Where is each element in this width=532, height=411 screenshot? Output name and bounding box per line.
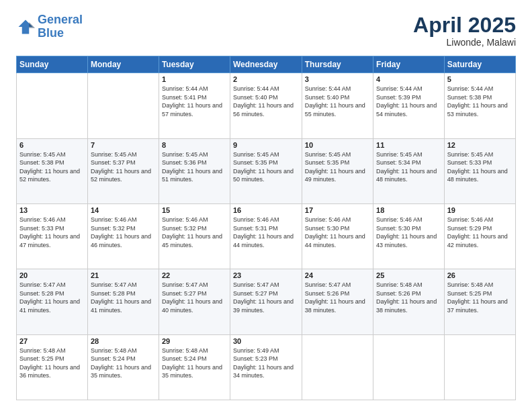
calendar-cell: 11Sunrise: 5:45 AMSunset: 5:34 PMDayligh…	[373, 138, 445, 203]
weekday-header-tuesday: Tuesday	[159, 56, 230, 73]
week-row-0: 1Sunrise: 5:44 AMSunset: 5:41 PMDaylight…	[17, 73, 516, 138]
header: General Blue April 2025 Liwonde, Malawi	[16, 13, 516, 48]
day-detail: Sunrise: 5:44 AMSunset: 5:41 PMDaylight:…	[162, 85, 227, 118]
day-number: 9	[233, 141, 299, 149]
day-number: 19	[447, 206, 513, 214]
calendar-cell: 21Sunrise: 5:47 AMSunset: 5:28 PMDayligh…	[87, 269, 159, 334]
calendar-cell: 8Sunrise: 5:45 AMSunset: 5:36 PMDaylight…	[159, 138, 230, 203]
day-detail: Sunrise: 5:45 AMSunset: 5:36 PMDaylight:…	[162, 150, 227, 184]
day-detail: Sunrise: 5:48 AMSunset: 5:26 PMDaylight:…	[376, 281, 441, 314]
day-number: 23	[233, 271, 299, 279]
calendar-cell: 2Sunrise: 5:44 AMSunset: 5:40 PMDaylight…	[230, 73, 302, 138]
title-block: April 2025 Liwonde, Malawi	[413, 13, 516, 48]
svg-marker-1	[29, 22, 35, 28]
month-title: April 2025	[413, 13, 516, 37]
calendar-cell: 18Sunrise: 5:46 AMSunset: 5:30 PMDayligh…	[373, 203, 445, 269]
day-number: 29	[162, 337, 227, 345]
day-detail: Sunrise: 5:45 AMSunset: 5:38 PMDaylight:…	[19, 150, 85, 184]
logo-text: General Blue	[38, 13, 83, 40]
weekday-header-sunday: Sunday	[17, 56, 88, 73]
day-detail: Sunrise: 5:48 AMSunset: 5:24 PMDaylight:…	[91, 347, 156, 380]
day-detail: Sunrise: 5:47 AMSunset: 5:26 PMDaylight:…	[305, 281, 370, 314]
page: General Blue April 2025 Liwonde, Malawi …	[0, 0, 532, 411]
calendar-cell: 1Sunrise: 5:44 AMSunset: 5:41 PMDaylight…	[159, 73, 230, 138]
day-number: 30	[233, 337, 299, 345]
week-row-4: 27Sunrise: 5:48 AMSunset: 5:25 PMDayligh…	[17, 334, 516, 400]
day-detail: Sunrise: 5:46 AMSunset: 5:30 PMDaylight:…	[376, 216, 441, 249]
day-detail: Sunrise: 5:47 AMSunset: 5:27 PMDaylight:…	[233, 281, 299, 314]
day-detail: Sunrise: 5:46 AMSunset: 5:33 PMDaylight:…	[19, 216, 85, 249]
day-number: 21	[91, 271, 156, 279]
day-detail: Sunrise: 5:46 AMSunset: 5:30 PMDaylight:…	[305, 216, 370, 249]
day-detail: Sunrise: 5:47 AMSunset: 5:27 PMDaylight:…	[162, 281, 227, 314]
calendar-cell: 30Sunrise: 5:49 AMSunset: 5:23 PMDayligh…	[230, 334, 302, 400]
day-number: 3	[305, 75, 370, 83]
day-detail: Sunrise: 5:46 AMSunset: 5:29 PMDaylight:…	[447, 216, 513, 249]
day-number: 7	[91, 141, 156, 149]
calendar-cell: 12Sunrise: 5:45 AMSunset: 5:33 PMDayligh…	[444, 138, 515, 203]
day-number: 25	[376, 271, 441, 279]
day-detail: Sunrise: 5:45 AMSunset: 5:35 PMDaylight:…	[305, 150, 370, 184]
calendar-cell: 17Sunrise: 5:46 AMSunset: 5:30 PMDayligh…	[302, 203, 373, 269]
calendar-cell	[302, 334, 373, 400]
day-number: 16	[233, 206, 299, 214]
logo-line1: General	[38, 13, 83, 26]
day-detail: Sunrise: 5:44 AMSunset: 5:39 PMDaylight:…	[376, 85, 441, 118]
week-row-1: 6Sunrise: 5:45 AMSunset: 5:38 PMDaylight…	[17, 138, 516, 203]
day-detail: Sunrise: 5:47 AMSunset: 5:28 PMDaylight:…	[19, 281, 85, 314]
weekday-header-thursday: Thursday	[302, 56, 373, 73]
day-number: 18	[376, 206, 441, 214]
calendar-cell: 28Sunrise: 5:48 AMSunset: 5:24 PMDayligh…	[87, 334, 159, 400]
calendar-cell	[373, 334, 445, 400]
logo-icon	[16, 17, 35, 36]
day-detail: Sunrise: 5:45 AMSunset: 5:34 PMDaylight:…	[376, 150, 441, 184]
day-detail: Sunrise: 5:45 AMSunset: 5:35 PMDaylight:…	[233, 150, 299, 184]
day-detail: Sunrise: 5:45 AMSunset: 5:33 PMDaylight:…	[447, 150, 513, 184]
day-detail: Sunrise: 5:49 AMSunset: 5:23 PMDaylight:…	[233, 347, 299, 380]
day-detail: Sunrise: 5:47 AMSunset: 5:28 PMDaylight:…	[91, 281, 156, 314]
calendar-cell: 27Sunrise: 5:48 AMSunset: 5:25 PMDayligh…	[17, 334, 88, 400]
weekday-header-row: SundayMondayTuesdayWednesdayThursdayFrid…	[17, 56, 516, 73]
location-subtitle: Liwonde, Malawi	[413, 37, 516, 48]
day-detail: Sunrise: 5:48 AMSunset: 5:25 PMDaylight:…	[19, 347, 85, 380]
day-number: 28	[91, 337, 156, 345]
calendar-cell: 5Sunrise: 5:44 AMSunset: 5:38 PMDaylight…	[444, 73, 515, 138]
calendar-cell: 6Sunrise: 5:45 AMSunset: 5:38 PMDaylight…	[17, 138, 88, 203]
day-number: 5	[447, 75, 513, 83]
day-number: 14	[91, 206, 156, 214]
calendar-cell: 4Sunrise: 5:44 AMSunset: 5:39 PMDaylight…	[373, 73, 445, 138]
day-detail: Sunrise: 5:46 AMSunset: 5:32 PMDaylight:…	[91, 216, 156, 249]
weekday-header-monday: Monday	[87, 56, 159, 73]
day-number: 27	[19, 337, 85, 345]
weekday-header-saturday: Saturday	[444, 56, 515, 73]
calendar-cell: 19Sunrise: 5:46 AMSunset: 5:29 PMDayligh…	[444, 203, 515, 269]
day-detail: Sunrise: 5:48 AMSunset: 5:24 PMDaylight:…	[162, 347, 227, 380]
calendar-cell: 14Sunrise: 5:46 AMSunset: 5:32 PMDayligh…	[87, 203, 159, 269]
calendar-cell	[87, 73, 159, 138]
calendar-cell: 3Sunrise: 5:44 AMSunset: 5:40 PMDaylight…	[302, 73, 373, 138]
day-detail: Sunrise: 5:45 AMSunset: 5:37 PMDaylight:…	[91, 150, 156, 184]
day-number: 10	[305, 141, 370, 149]
calendar-table: SundayMondayTuesdayWednesdayThursdayFrid…	[16, 56, 516, 400]
weekday-header-wednesday: Wednesday	[230, 56, 302, 73]
logo-line2: Blue	[38, 26, 64, 40]
day-detail: Sunrise: 5:44 AMSunset: 5:40 PMDaylight:…	[233, 85, 299, 118]
day-detail: Sunrise: 5:46 AMSunset: 5:31 PMDaylight:…	[233, 216, 299, 249]
day-number: 11	[376, 141, 441, 149]
day-number: 15	[162, 206, 227, 214]
day-detail: Sunrise: 5:44 AMSunset: 5:40 PMDaylight:…	[305, 85, 370, 118]
day-number: 17	[305, 206, 370, 214]
calendar-cell: 10Sunrise: 5:45 AMSunset: 5:35 PMDayligh…	[302, 138, 373, 203]
weekday-header-friday: Friday	[373, 56, 445, 73]
calendar-cell: 20Sunrise: 5:47 AMSunset: 5:28 PMDayligh…	[17, 269, 88, 334]
day-detail: Sunrise: 5:44 AMSunset: 5:38 PMDaylight:…	[447, 85, 513, 118]
day-number: 1	[162, 75, 227, 83]
calendar-cell: 23Sunrise: 5:47 AMSunset: 5:27 PMDayligh…	[230, 269, 302, 334]
day-number: 20	[19, 271, 85, 279]
day-number: 6	[19, 141, 85, 149]
day-detail: Sunrise: 5:46 AMSunset: 5:32 PMDaylight:…	[162, 216, 227, 249]
calendar-cell: 9Sunrise: 5:45 AMSunset: 5:35 PMDaylight…	[230, 138, 302, 203]
day-number: 26	[447, 271, 513, 279]
calendar-cell	[17, 73, 88, 138]
logo: General Blue	[16, 13, 83, 40]
